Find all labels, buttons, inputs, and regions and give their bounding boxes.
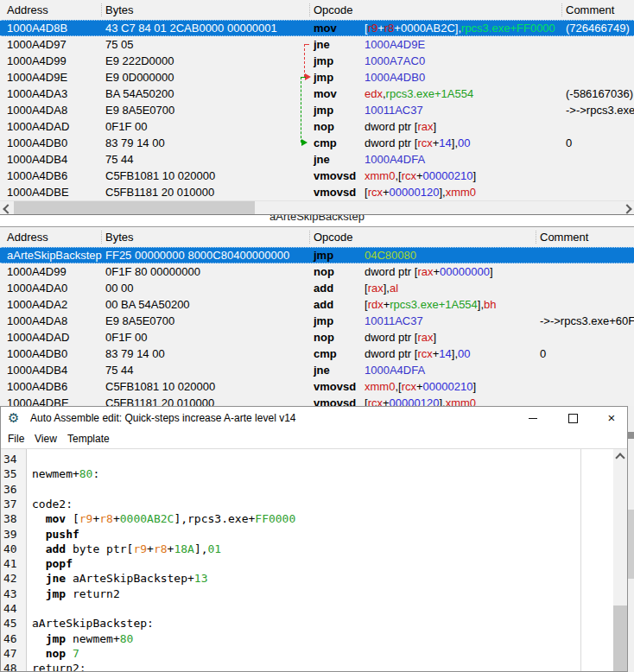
address-cell: 1000A4DB0 — [7, 346, 67, 362]
disasm-row[interactable]: 1000A4DB083 79 14 00cmpdword ptr [rcx+14… — [0, 135, 634, 151]
column-separator[interactable] — [561, 3, 562, 16]
line-code: jmp return2 — [32, 586, 120, 601]
address-cell: 1000A4DBE — [7, 395, 69, 407]
bytes-cell: FF25 00000000 8000C80400000000 — [105, 247, 289, 263]
operand-token: + — [377, 22, 384, 35]
code-token: + — [147, 542, 154, 555]
scrollbar-thumb[interactable] — [613, 605, 627, 671]
disasm-row[interactable]: 1000A4DB083 79 14 00cmpdword ptr [rcx+14… — [0, 346, 634, 362]
code-token — [32, 572, 46, 585]
address-cell: 1000A4D9E — [7, 69, 67, 86]
disasm-row[interactable]: 1000A4DB475 44jne1000A4DFA — [0, 151, 634, 168]
vertical-scrollbar[interactable] — [613, 449, 627, 671]
operand-cell: dword ptr [rax] — [365, 329, 436, 346]
editor-line[interactable]: 40 add byte ptr[r9+r8+18A],01 — [1, 542, 627, 556]
code-token: add — [46, 542, 66, 555]
scroll-right-button[interactable] — [621, 201, 634, 215]
scroll-up-button[interactable] — [613, 449, 627, 464]
editor-line[interactable]: 41 popf — [1, 556, 627, 571]
editor-line[interactable]: 39 pushf — [1, 527, 627, 542]
editor-line[interactable]: 38 mov [r9+r8+0000AB2C],rpcs3.exe+FF0000 — [1, 511, 627, 526]
title-bar[interactable]: ⚙ Auto Assemble edit: Quick-steps increa… — [1, 407, 627, 429]
line-number: 40 — [3, 542, 17, 556]
column-separator[interactable] — [101, 231, 102, 244]
menu-item-view[interactable]: View — [35, 429, 57, 448]
jump-arrow-origin — [304, 44, 309, 45]
editor-line[interactable]: 46 jmp newmem+80 — [1, 631, 627, 646]
disasm-row[interactable]: 1000A4DB475 44jne1000A4DFA — [0, 362, 634, 378]
column-header-row: Address Bytes Opcode Comment — [0, 0, 634, 20]
operand-token: + — [416, 169, 423, 182]
editor-line[interactable]: 36 — [1, 482, 627, 497]
maximize-button[interactable] — [559, 407, 586, 429]
disasm-row[interactable]: aArteSkipBackstepFF25 00000000 8000C8040… — [0, 247, 634, 263]
menu-item-file[interactable]: File — [8, 429, 24, 448]
disasm-row[interactable]: 1000A4DA8E9 8A5E0700jmp10011AC37->->rpcs… — [0, 313, 634, 329]
editor-line[interactable]: 34 — [1, 452, 627, 466]
disasm-row[interactable]: 1000A4DAD0F1F 00nopdword ptr [rax] — [0, 118, 634, 135]
chevron-left-icon — [3, 204, 12, 213]
operand-token: r8 — [384, 22, 395, 35]
menu-item-template[interactable]: Template — [67, 429, 110, 448]
code-token: r9 — [133, 542, 147, 555]
disasm-row[interactable]: 1000A4DB6C5FB1081 10 020000vmovsdxmm0,[r… — [0, 168, 634, 184]
opcode-cell: mov — [314, 20, 337, 36]
column-separator[interactable] — [536, 231, 536, 244]
disasm-row[interactable]: 1000A4DBEC5FB1181 20 010000vmovsd[rcx+00… — [0, 184, 634, 200]
editor-line[interactable]: 47 nop 7 — [1, 646, 627, 661]
code-token: 13 — [194, 572, 208, 585]
editor-line[interactable]: 37code2: — [1, 497, 627, 511]
code-token: 01 — [208, 542, 222, 555]
editor-line[interactable]: 44 — [1, 601, 627, 616]
address-cell: 1000A4DB4 — [7, 151, 67, 168]
operand-cell: 1000A4DFA — [365, 151, 425, 168]
column-separator[interactable] — [309, 231, 310, 244]
disasm-row[interactable]: 1000A4DB6C5FB1081 10 020000vmovsdxmm0,[r… — [0, 378, 634, 395]
disasm-row[interactable]: 1000A4D990F1F 80 00000000nopdword ptr [r… — [0, 263, 634, 280]
line-code: newmem+80: — [32, 466, 99, 481]
operand-token: rpcs3.exe+FF0000 — [461, 22, 555, 35]
minimize-button[interactable] — [519, 407, 547, 429]
disasm-row[interactable]: 1000A4D9775 05jne1000A4D9E — [0, 36, 634, 53]
editor-line[interactable]: 35newmem+80: — [1, 466, 627, 481]
address-cell: 1000A4DA8 — [7, 102, 67, 118]
operand-token: ] — [433, 331, 436, 344]
editor-line[interactable]: 48return2: — [1, 661, 627, 671]
operand-token: ], — [384, 282, 390, 295]
code-token: newmem+ — [32, 467, 79, 480]
operand-token: ], — [452, 136, 458, 149]
close-button[interactable]: × — [598, 407, 625, 429]
operand-token: 1000A7AC0 — [365, 54, 425, 67]
disasm-row[interactable]: 1000A4DBEC5FB1181 20 010000vmovsd[rcx+00… — [0, 395, 634, 407]
horizontal-scrollbar[interactable] — [0, 200, 634, 215]
bytes-cell: E9 8A5E0700 — [105, 102, 174, 118]
operand-token: rax — [368, 282, 384, 295]
assembly-script-editor[interactable]: 3435newmem+80:3637code2:38 mov [r9+r8+00… — [1, 449, 627, 671]
column-separator[interactable] — [309, 3, 310, 16]
editor-line[interactable]: 42 jne aArteSkipBackstep+13 — [1, 571, 627, 586]
disasm-row[interactable]: 1000A4DA200 BA 54A50200add[rdx+rpcs3.exe… — [0, 296, 634, 313]
code-token: code2: — [32, 498, 73, 510]
opcode-cell: nop — [314, 329, 334, 346]
scroll-left-button[interactable] — [0, 201, 13, 215]
column-separator[interactable] — [101, 3, 102, 16]
disasm-row[interactable]: 1000A4DA000 00add[rax],al — [0, 280, 634, 296]
operand-token: rax — [417, 331, 433, 344]
disasm-row[interactable]: 1000A4D9EE9 0D000000jmp1000A4DB0 — [0, 69, 634, 86]
code-token: r8 — [99, 512, 113, 525]
editor-line[interactable]: 43 jmp return2 — [1, 586, 627, 601]
disasm-row[interactable]: 1000A4DA8E9 8A5E0700jmp10011AC37->->rpcs… — [0, 102, 634, 118]
bytes-cell: 00 BA 54A50200 — [105, 296, 190, 313]
column-header-comment: Comment — [540, 227, 588, 247]
scrollbar-thumb[interactable] — [14, 201, 255, 215]
disasm-row[interactable]: 1000A4D8B43 C7 84 01 2CAB0000 00000001mo… — [0, 20, 634, 36]
disasm-row[interactable]: 1000A4DAD0F1F 00nopdword ptr [rax] — [0, 329, 634, 346]
opcode-cell: cmp — [314, 135, 337, 151]
disasm-row[interactable]: 1000A4DA3BA 54A50200movedx,rpcs3.exe+1A5… — [0, 86, 634, 102]
editor-line[interactable]: 45aArteSkipBackstep: — [1, 616, 627, 631]
background-window-edge — [628, 406, 634, 672]
operand-cell: 10011AC37 — [365, 102, 423, 118]
operand-token: 04C80080 — [365, 249, 416, 262]
disasm-row[interactable]: 1000A4D99E9 222D0000jmp1000A7AC0 — [0, 53, 634, 69]
code-token — [32, 528, 46, 541]
